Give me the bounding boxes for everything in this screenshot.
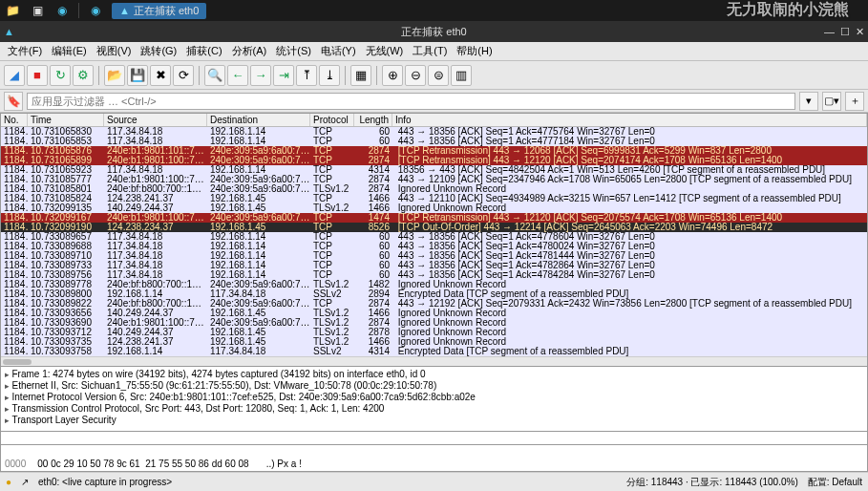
packet-row[interactable]: 1184…10.731065923117.34.84.18192.168.1.1… <box>1 165 867 175</box>
close-button[interactable]: ✕ <box>856 26 864 38</box>
places-icon[interactable]: 📁 <box>4 3 21 18</box>
filter-expression-button[interactable]: ▢▾ <box>822 92 841 111</box>
hex-bytes: 00 0c 29 10 50 78 9c 61 21 75 55 50 86 d… <box>37 459 248 469</box>
zoom-out-button[interactable]: ⊖ <box>405 65 426 86</box>
expert-info-icon[interactable]: ● <box>6 477 11 487</box>
find-button[interactable]: 🔍 <box>204 65 225 86</box>
go-back-button[interactable]: ← <box>227 65 248 86</box>
packet-row[interactable]: 1184…10.732099135140.249.244.37192.168.1… <box>1 203 867 213</box>
system-taskbar: 📁 ▣ ◉ ◉ ▲ 正在捕获 eth0 无力取闹的小浣熊 <box>0 0 868 21</box>
zoom-in-button[interactable]: ⊕ <box>382 65 403 86</box>
packet-row[interactable]: 1184…10.733089756117.34.84.18192.168.1.1… <box>1 270 867 280</box>
col-source[interactable]: Source <box>104 114 207 126</box>
go-first-button[interactable]: ⤒ <box>296 65 317 86</box>
tree-item[interactable]: Frame 1: 4274 bytes on wire (34192 bits)… <box>5 369 863 380</box>
col-no[interactable]: No. <box>1 114 28 126</box>
menu-edit[interactable]: 编辑(E) <box>48 42 91 60</box>
close-file-button[interactable]: ✖ <box>150 65 171 86</box>
reload-button[interactable]: ⟳ <box>173 65 194 86</box>
status-bar: ● ↗ eth0: <live capture in progress> 分组:… <box>0 472 868 491</box>
main-toolbar: ◢ ■ ↻ ⚙ 📂 💾 ✖ ⟳ 🔍 ← → ⇥ ⤒ ⤓ ▦ ⊕ ⊖ ⊜ ▥ <box>0 61 868 90</box>
packet-list-header[interactable]: No. Time Source Destination Protocol Len… <box>1 114 867 127</box>
stop-capture-button[interactable]: ■ <box>27 65 48 86</box>
packet-row[interactable]: 1184…10.733093758192.168.1.14117.34.84.1… <box>1 347 867 356</box>
packet-row[interactable]: 1184…10.731065876240e:b1:9801:101::7…240… <box>1 146 867 156</box>
packet-row[interactable]: 1184…10.731065899240e:b1:9801:100::7…240… <box>1 156 867 165</box>
packet-row[interactable]: 1184…10.732099190124.238.234.37192.168.1… <box>1 223 867 232</box>
col-time[interactable]: Time <box>28 114 104 126</box>
capture-warning-icon[interactable]: ↗ <box>21 477 29 487</box>
packet-row[interactable]: 1184…10.731065830117.34.84.18192.168.1.1… <box>1 127 867 137</box>
packet-row[interactable]: 1184…10.733089733117.34.84.18192.168.1.1… <box>1 261 867 270</box>
packet-row[interactable]: 1184…10.731085824124.238.241.37192.168.1… <box>1 194 867 203</box>
menu-help[interactable]: 帮助(H) <box>453 42 496 60</box>
packet-list-pane[interactable]: No. Time Source Destination Protocol Len… <box>0 113 868 367</box>
packet-row[interactable]: 1184…10.733093690240e:b1:9801:100::7…240… <box>1 318 867 328</box>
col-protocol[interactable]: Protocol <box>310 114 354 126</box>
menu-tel[interactable]: 电话(Y) <box>317 42 360 60</box>
display-filter-input[interactable] <box>27 93 795 110</box>
go-to-packet-button[interactable]: ⇥ <box>273 65 294 86</box>
filter-add-button[interactable]: ＋ <box>845 92 864 111</box>
status-profile[interactable]: 配置: Default <box>808 476 862 489</box>
titlebar-app-icon: ▲ <box>4 26 14 37</box>
packet-row[interactable]: 1184…10.733089688117.34.84.18192.168.1.1… <box>1 242 867 251</box>
tree-item[interactable]: Transmission Control Protocol, Src Port:… <box>5 403 863 415</box>
menu-view[interactable]: 视图(V) <box>93 42 136 60</box>
menu-go[interactable]: 跳转(G) <box>137 42 180 60</box>
col-info[interactable]: Info <box>392 114 867 126</box>
start-capture-button[interactable]: ◢ <box>4 65 25 86</box>
tree-item[interactable]: Internet Protocol Version 6, Src: 240e:b… <box>5 392 863 403</box>
status-packet-count: 分组: 118443 · 已显示: 118443 (100.0%) <box>626 476 798 489</box>
zoom-reset-button[interactable]: ⊜ <box>428 65 449 86</box>
menu-capture[interactable]: 捕获(C) <box>182 42 225 60</box>
packet-row[interactable]: 1184…10.733093656140.249.244.37192.168.1… <box>1 309 867 318</box>
packet-row[interactable]: 1184…10.733089822240e:bf:b800:700::1…240… <box>1 299 867 309</box>
horizontal-scrollbar[interactable] <box>1 356 867 366</box>
packet-list-body[interactable]: 1184…10.731065830117.34.84.18192.168.1.1… <box>1 127 867 356</box>
resize-columns-button[interactable]: ▥ <box>451 65 472 86</box>
menu-file[interactable]: 文件(F) <box>4 42 46 60</box>
watermark-text: 无力取闹的小浣熊 <box>727 0 849 20</box>
packet-row[interactable]: 1184…10.733093735124.238.241.37192.168.1… <box>1 337 867 347</box>
packet-bytes-pane[interactable]: 0000 00 0c 29 10 50 78 9c 61 21 75 55 50… <box>0 445 868 472</box>
maximize-button[interactable]: ☐ <box>840 26 850 38</box>
open-file-button[interactable]: 📂 <box>104 65 125 86</box>
menu-wireless[interactable]: 无线(W) <box>362 42 408 60</box>
minimize-button[interactable]: — <box>824 26 835 38</box>
wireshark-icon[interactable]: ◉ <box>53 3 71 18</box>
window-title: 正在捕获 eth0 <box>401 25 466 39</box>
packet-row[interactable]: 1184…10.731085801240e:bf:b800:700::1…240… <box>1 184 867 194</box>
terminal-icon[interactable]: ▣ <box>29 3 46 18</box>
packet-row[interactable]: 1184…10.732099167240e:b1:9801:100::7…240… <box>1 213 867 223</box>
save-file-button[interactable]: 💾 <box>127 65 148 86</box>
filter-dropdown-button[interactable]: ▾ <box>799 92 818 111</box>
menubar: 文件(F) 编辑(E) 视图(V) 跳转(G) 捕获(C) 分析(A) 统计(S… <box>0 42 868 61</box>
menu-stats[interactable]: 统计(S) <box>272 42 315 60</box>
go-last-button[interactable]: ⤓ <box>319 65 340 86</box>
packet-row[interactable]: 1184…10.733089657117.34.84.18192.168.1.1… <box>1 232 867 242</box>
auto-scroll-button[interactable]: ▦ <box>350 65 371 86</box>
packet-details-pane[interactable]: Frame 1: 4274 bytes on wire (34192 bits)… <box>0 367 868 432</box>
hex-ascii: ..) Px a ! <box>266 459 302 469</box>
packet-row[interactable]: 1184…10.731085777240e:b1:9801:100::7…240… <box>1 175 867 184</box>
taskbar-active-app[interactable]: ▲ 正在捕获 eth0 <box>112 3 206 19</box>
col-destination[interactable]: Destination <box>207 114 310 126</box>
restart-capture-button[interactable]: ↻ <box>50 65 71 86</box>
bookmark-filter-icon[interactable]: 🔖 <box>4 92 23 111</box>
capture-options-button[interactable]: ⚙ <box>73 65 94 86</box>
packet-row[interactable]: 1184…10.733089710117.34.84.18192.168.1.1… <box>1 251 867 261</box>
tree-item[interactable]: Transport Layer Security <box>5 415 863 426</box>
filter-bar: 🔖 ▾ ▢▾ ＋ <box>0 90 868 113</box>
packet-row[interactable]: 1184…10.733093712140.249.244.37192.168.1… <box>1 328 867 337</box>
menu-tools[interactable]: 工具(T) <box>409 42 451 60</box>
go-forward-button[interactable]: → <box>250 65 271 86</box>
col-length[interactable]: Length <box>354 114 392 126</box>
tree-item[interactable]: Ethernet II, Src: Sichuan1_75:55:50 (9c:… <box>5 380 863 392</box>
packet-row[interactable]: 1184…10.731065853117.34.84.18192.168.1.1… <box>1 137 867 146</box>
app-fin-icon: ▲ <box>119 5 130 16</box>
menu-analyze[interactable]: 分析(A) <box>228 42 271 60</box>
packet-row[interactable]: 1184…10.733089800192.168.1.14117.34.84.1… <box>1 289 867 299</box>
packet-row[interactable]: 1184…10.733089778240e:bf:b800:700::1…240… <box>1 280 867 289</box>
app-icon[interactable]: ◉ <box>87 3 104 18</box>
